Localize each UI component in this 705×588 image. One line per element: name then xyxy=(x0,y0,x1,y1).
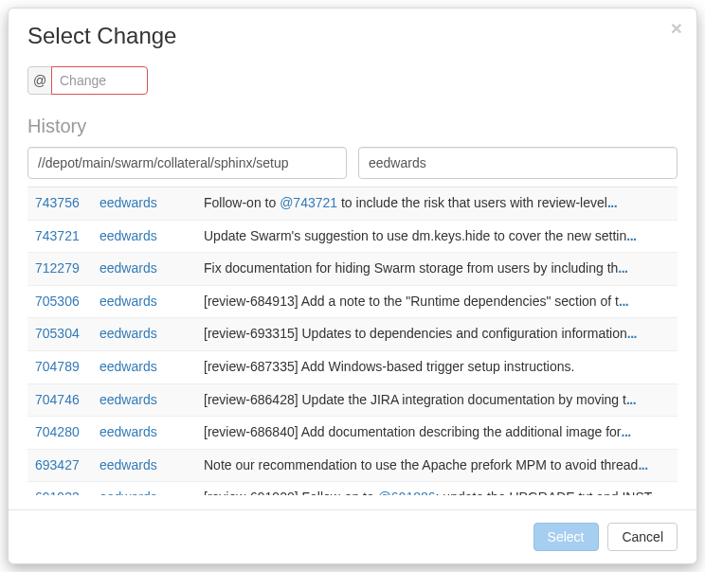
change-description: [review-691920] Follow-on to @691886: up… xyxy=(204,489,670,495)
ellipsis-icon[interactable]: ... xyxy=(619,294,628,309)
change-link[interactable]: 705304 xyxy=(35,325,99,344)
history-row[interactable]: 693427eedwardsNote our recommendation to… xyxy=(27,450,678,483)
change-description: Note our recommendation to use the Apach… xyxy=(204,456,670,475)
select-change-modal: Select Change × @ History 743756eedwards… xyxy=(8,8,697,564)
filter-row xyxy=(27,147,678,179)
history-row[interactable]: 704280eedwards[review-686840] Add docume… xyxy=(27,417,678,450)
user-filter-input[interactable] xyxy=(358,147,678,179)
user-link[interactable]: eedwards xyxy=(99,325,204,344)
change-description: [review-686428] Update the JIRA integrat… xyxy=(204,391,670,410)
user-link[interactable]: eedwards xyxy=(99,423,204,442)
history-row[interactable]: 705304eedwards[review-693315] Updates to… xyxy=(27,318,678,351)
change-mention-link[interactable]: @691886 xyxy=(378,490,436,495)
select-button[interactable]: Select xyxy=(533,523,599,551)
change-link[interactable]: 691933 xyxy=(35,489,99,495)
change-link[interactable]: 705306 xyxy=(35,293,99,312)
history-row[interactable]: 712279eedwardsFix documentation for hidi… xyxy=(27,253,678,286)
change-link[interactable]: 704746 xyxy=(35,391,99,410)
modal-footer: Select Cancel xyxy=(9,509,696,563)
change-link[interactable]: 704789 xyxy=(35,358,99,377)
at-icon: @ xyxy=(27,66,52,95)
change-description: Follow-on to @743721 to include the risk… xyxy=(204,194,670,213)
history-list[interactable]: 743756eedwardsFollow-on to @743721 to in… xyxy=(27,187,678,495)
history-row[interactable]: 705306eedwards[review-684913] Add a note… xyxy=(27,286,678,319)
change-description: [review-684913] Add a note to the "Runti… xyxy=(204,293,670,312)
ellipsis-icon[interactable]: ... xyxy=(607,195,617,210)
history-row[interactable]: 743756eedwardsFollow-on to @743721 to in… xyxy=(27,187,678,221)
change-link[interactable]: 704280 xyxy=(35,423,99,442)
close-button[interactable]: × xyxy=(671,18,682,38)
user-link[interactable]: eedwards xyxy=(99,456,204,475)
change-description: Fix documentation for hiding Swarm stora… xyxy=(204,259,670,278)
ellipsis-icon[interactable]: ... xyxy=(626,392,636,407)
ellipsis-icon[interactable]: ... xyxy=(638,457,647,472)
change-description: [review-686840] Add documentation descri… xyxy=(204,423,670,442)
ellipsis-icon[interactable]: ... xyxy=(627,326,637,341)
change-link[interactable]: 743756 xyxy=(35,194,99,213)
user-link[interactable]: eedwards xyxy=(99,358,204,377)
change-description: Update Swarm's suggestion to use dm.keys… xyxy=(204,227,670,246)
change-mention-link[interactable]: @743721 xyxy=(280,195,337,210)
change-link[interactable]: 693427 xyxy=(35,456,99,475)
modal-header: Select Change × xyxy=(9,9,696,61)
change-description: [review-693315] Updates to dependencies … xyxy=(204,325,670,344)
change-input[interactable] xyxy=(51,66,148,95)
history-row[interactable]: 704789eedwards[review-687335] Add Window… xyxy=(27,351,678,384)
ellipsis-icon[interactable]: ... xyxy=(618,260,627,276)
change-link[interactable]: 712279 xyxy=(35,259,99,278)
user-link[interactable]: eedwards xyxy=(99,194,204,213)
cancel-button[interactable]: Cancel xyxy=(607,523,678,551)
ellipsis-icon[interactable]: ... xyxy=(626,228,636,243)
user-link[interactable]: eedwards xyxy=(99,259,204,278)
change-description: [review-687335] Add Windows-based trigge… xyxy=(204,358,670,377)
user-link[interactable]: eedwards xyxy=(99,227,204,246)
history-row[interactable]: 691933eedwards[review-691920] Follow-on … xyxy=(27,482,678,495)
user-link[interactable]: eedwards xyxy=(99,391,204,410)
change-link[interactable]: 743721 xyxy=(35,227,99,246)
user-link[interactable]: eedwards xyxy=(99,293,204,312)
history-heading: History xyxy=(27,116,678,137)
ellipsis-icon[interactable]: ... xyxy=(652,490,661,495)
history-row[interactable]: 704746eedwards[review-686428] Update the… xyxy=(27,384,678,418)
history-row[interactable]: 743721eedwardsUpdate Swarm's suggestion … xyxy=(27,221,678,254)
ellipsis-icon[interactable]: ... xyxy=(622,424,631,439)
modal-body: @ History 743756eedwardsFollow-on to @74… xyxy=(9,66,696,509)
user-link[interactable]: eedwards xyxy=(99,489,204,495)
change-input-group: @ xyxy=(27,66,678,95)
modal-title: Select Change xyxy=(27,23,678,49)
path-filter-input[interactable] xyxy=(27,147,347,179)
